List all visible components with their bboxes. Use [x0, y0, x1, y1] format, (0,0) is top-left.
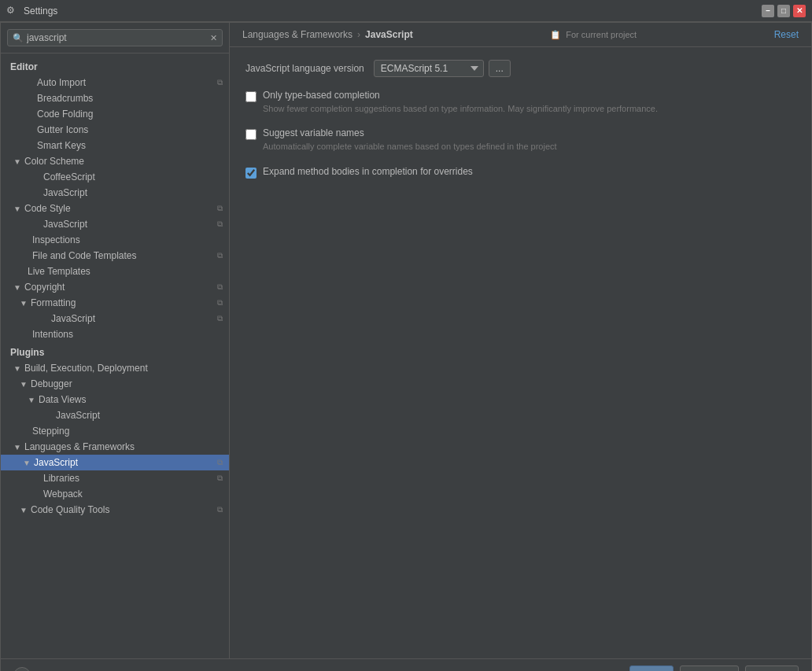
settings-content: JavaScript language version ECMAScript 5… — [230, 47, 811, 658]
sidebar-item-color-scheme-javascript[interactable]: JavaScript — [1, 185, 229, 201]
sidebar-tree: Editor Auto Import ⧉ Breadcrumbs Code Fo… — [1, 53, 229, 658]
search-clear-button[interactable]: ✕ — [210, 33, 217, 43]
only-type-based-text: Only type-based completion Show fewer co… — [263, 90, 658, 115]
expand-icon: ▼ — [20, 506, 31, 514]
project-info-label: For current project — [566, 30, 637, 39]
expand-icon: ▼ — [20, 299, 31, 308]
ok-button[interactable]: OK — [629, 665, 673, 671]
sidebar-item-lf-javascript[interactable]: ▼ JavaScript ⧉ — [1, 455, 229, 470]
sidebar-section-plugins: Plugins — [1, 342, 229, 360]
sidebar-item-debugger[interactable]: ▼ Debugger — [1, 376, 229, 392]
search-input-wrap: 🔍 ✕ — [7, 29, 223, 46]
close-button[interactable]: ✕ — [793, 5, 806, 17]
expand-method-bodies-title: Expand method bodies in completion for o… — [263, 166, 473, 177]
settings-dialog: 🔍 ✕ Editor Auto Import ⧉ Breadcrum — [0, 22, 812, 671]
sidebar-item-webpack[interactable]: Webpack — [1, 486, 229, 502]
action-buttons: OK Cancel Apply — [629, 665, 799, 671]
minimize-button[interactable]: – — [762, 5, 774, 17]
suggest-variable-names-title: Suggest variable names — [263, 127, 557, 138]
sidebar-item-live-templates[interactable]: Live Templates — [1, 264, 229, 279]
language-version-label: JavaScript language version — [245, 63, 364, 74]
breadcrumb-parent: Languages & Frameworks — [242, 29, 352, 40]
sidebar-item-stepping[interactable]: Stepping — [1, 423, 229, 439]
option-suggest-variable-names: Suggest variable names Automatically com… — [245, 127, 795, 153]
external-icon: ⧉ — [217, 314, 223, 323]
sidebar-item-code-style[interactable]: ▼ Code Style ⧉ — [1, 201, 229, 216]
sidebar-item-copyright[interactable]: ▼ Copyright ⧉ — [1, 279, 229, 295]
title-bar: ⚙ Settings – □ ✕ — [0, 0, 812, 22]
option-only-type-based: Only type-based completion Show fewer co… — [245, 90, 795, 115]
sidebar-section-editor: Editor — [1, 57, 229, 75]
only-type-based-checkbox[interactable] — [245, 91, 257, 102]
sidebar-item-code-folding[interactable]: Code Folding — [1, 106, 229, 122]
sidebar-item-color-scheme[interactable]: ▼ Color Scheme — [1, 153, 229, 169]
sidebar-item-formatting-javascript[interactable]: JavaScript ⧉ — [1, 311, 229, 326]
apply-button[interactable]: Apply — [745, 665, 799, 671]
sidebar-item-data-views-javascript[interactable]: JavaScript — [1, 407, 229, 423]
language-version-row: JavaScript language version ECMAScript 5… — [245, 60, 795, 77]
expand-icon: ▼ — [13, 443, 24, 452]
sidebar-item-libraries[interactable]: Libraries ⧉ — [1, 470, 229, 486]
external-icon: ⧉ — [217, 78, 223, 87]
expand-icon: ▼ — [20, 380, 31, 389]
expand-method-bodies-checkbox[interactable] — [245, 168, 257, 179]
sidebar-item-coffeescript[interactable]: CoffeeScript — [1, 169, 229, 185]
search-icon: 🔍 — [13, 33, 24, 43]
expand-method-bodies-text: Expand method bodies in completion for o… — [263, 166, 473, 177]
external-icon: ⧉ — [217, 204, 223, 213]
title-bar-title: Settings — [24, 6, 762, 17]
expand-icon: ▼ — [13, 364, 24, 373]
sidebar-item-formatting[interactable]: ▼ Formatting ⧉ — [1, 295, 229, 311]
only-type-based-title: Only type-based completion — [263, 90, 658, 101]
sidebar-item-languages-frameworks[interactable]: ▼ Languages & Frameworks — [1, 439, 229, 455]
language-version-select-wrap: ECMAScript 5.1 ECMAScript 6 ECMAScript 7… — [374, 60, 511, 77]
sidebar-item-code-style-javascript[interactable]: JavaScript ⧉ — [1, 216, 229, 232]
expand-icon: ▼ — [13, 205, 24, 213]
sidebar-item-file-code-templates[interactable]: File and Code Templates ⧉ — [1, 248, 229, 264]
external-icon: ⧉ — [217, 505, 223, 514]
sidebar-item-code-quality-tools[interactable]: ▼ Code Quality Tools ⧉ — [1, 502, 229, 518]
search-input[interactable] — [27, 32, 210, 43]
project-icon: 📋 — [550, 30, 561, 40]
expand-icon: ▼ — [13, 283, 24, 292]
sidebar-item-auto-import[interactable]: Auto Import ⧉ — [1, 75, 229, 90]
project-info: 📋 For current project — [550, 30, 637, 40]
help-button[interactable]: ? — [13, 667, 31, 671]
suggest-variable-names-checkbox[interactable] — [245, 129, 257, 140]
breadcrumb-current: JavaScript — [365, 29, 413, 40]
sidebar-item-inspections[interactable]: Inspections — [1, 232, 229, 248]
reset-button[interactable]: Reset — [774, 29, 799, 40]
external-icon: ⧉ — [217, 458, 223, 467]
options-group: Only type-based completion Show fewer co… — [245, 90, 795, 179]
maximize-button[interactable]: □ — [777, 5, 790, 17]
cancel-button[interactable]: Cancel — [680, 665, 739, 671]
breadcrumb-bar: Languages & Frameworks › JavaScript 📋 Fo… — [230, 23, 811, 47]
breadcrumb: Languages & Frameworks › JavaScript — [242, 29, 413, 40]
bottom-bar: ? https://blog.csdn.net/howroad OK Cance… — [1, 658, 811, 671]
sidebar-item-build-exec-deploy[interactable]: ▼ Build, Execution, Deployment — [1, 360, 229, 376]
external-icon: ⧉ — [217, 219, 223, 229]
suggest-variable-names-desc: Automatically complete variable names ba… — [263, 141, 557, 153]
expand-icon: ▼ — [23, 459, 34, 467]
expand-icon: ▼ — [28, 396, 39, 404]
external-icon: ⧉ — [217, 282, 223, 292]
sidebar-item-breadcrumbs[interactable]: Breadcrumbs — [1, 90, 229, 106]
option-expand-method-bodies: Expand method bodies in completion for o… — [245, 166, 795, 179]
ellipsis-button[interactable]: ... — [489, 60, 511, 77]
breadcrumb-separator: › — [357, 29, 360, 40]
sidebar: 🔍 ✕ Editor Auto Import ⧉ Breadcrum — [1, 23, 230, 658]
sidebar-item-intentions[interactable]: Intentions — [1, 326, 229, 342]
title-bar-controls: – □ ✕ — [762, 5, 806, 17]
sidebar-item-gutter-icons[interactable]: Gutter Icons — [1, 122, 229, 138]
main-panel: Languages & Frameworks › JavaScript 📋 Fo… — [230, 23, 811, 658]
sidebar-item-smart-keys[interactable]: Smart Keys — [1, 138, 229, 153]
expand-icon: ▼ — [13, 157, 24, 166]
suggest-variable-names-text: Suggest variable names Automatically com… — [263, 127, 557, 153]
language-version-select[interactable]: ECMAScript 5.1 ECMAScript 6 ECMAScript 7… — [374, 60, 484, 77]
external-icon: ⧉ — [217, 298, 223, 308]
external-icon: ⧉ — [217, 251, 223, 260]
only-type-based-desc: Show fewer completion suggestions based … — [263, 103, 658, 115]
app-icon: ⚙ — [6, 5, 19, 17]
sidebar-item-data-views[interactable]: ▼ Data Views — [1, 392, 229, 407]
search-bar: 🔍 ✕ — [1, 23, 229, 53]
